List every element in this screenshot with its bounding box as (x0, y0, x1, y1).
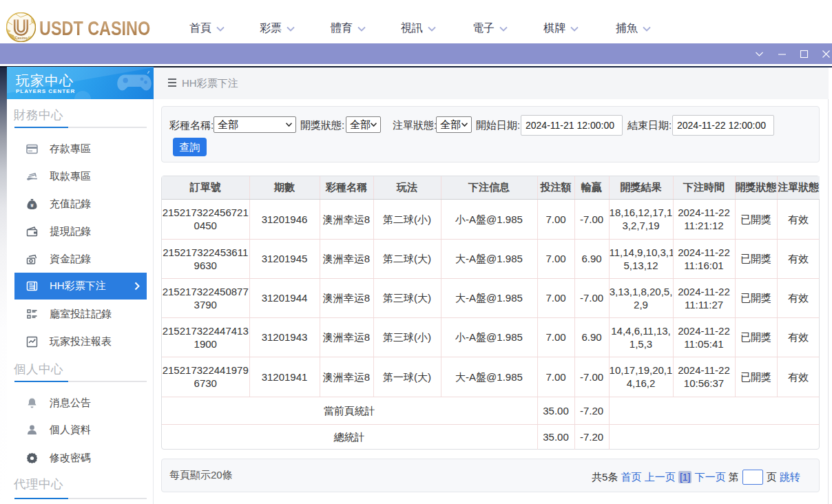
svg-text:¥: ¥ (30, 202, 34, 209)
svg-text:Casino: Casino (14, 36, 28, 40)
